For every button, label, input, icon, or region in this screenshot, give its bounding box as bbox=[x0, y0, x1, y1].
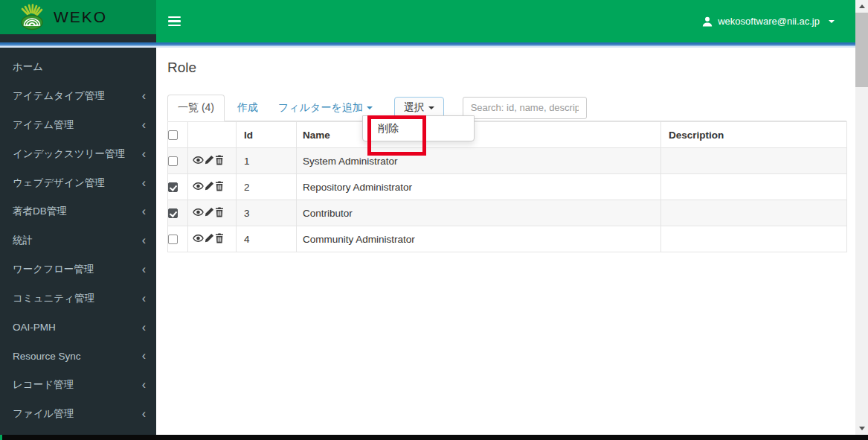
chevron-left-icon: ‹ bbox=[142, 177, 146, 189]
pencil-icon[interactable] bbox=[205, 207, 214, 219]
sidebar-item-11[interactable]: Resource Sync‹ bbox=[0, 342, 156, 371]
row-checkbox[interactable] bbox=[168, 235, 178, 244]
sidebar-item-label: アイテムタイプ管理 bbox=[13, 89, 142, 103]
trash-icon[interactable] bbox=[215, 155, 224, 168]
sidebar-item-label: ホーム bbox=[13, 60, 146, 74]
sidebar-item-4[interactable]: インデックスツリー管理‹ bbox=[0, 139, 156, 168]
caret-down-icon bbox=[428, 106, 434, 109]
sidebar-item-label: ファイル管理 bbox=[13, 407, 142, 421]
sidebar-item-label: アイテム管理 bbox=[13, 118, 142, 132]
select-all-checkbox[interactable] bbox=[168, 130, 178, 140]
weko-admin-window: WEKO wekosoftware@nii.ac.jp ホームアイテムタイプ管理… bbox=[0, 0, 868, 440]
toolbar: 一覧 (4) 作成 フィルターを追加 選択 bbox=[167, 95, 846, 121]
actions-column-header bbox=[188, 122, 237, 148]
sidebar-item-label: インデックスツリー管理 bbox=[13, 147, 142, 161]
scrollbar-thumb[interactable] bbox=[855, 13, 868, 87]
row-checkbox[interactable] bbox=[168, 182, 178, 192]
row-id: 3 bbox=[237, 200, 297, 226]
weko-logo-icon bbox=[18, 4, 46, 31]
sidebar-item-label: OAI-PMH bbox=[13, 322, 142, 333]
row-checkbox[interactable] bbox=[168, 208, 178, 218]
user-icon bbox=[702, 16, 713, 27]
sidebar-item-13[interactable]: ファイル管理‹ bbox=[0, 400, 156, 429]
table-row: 3Contributor bbox=[168, 200, 847, 226]
search-input[interactable] bbox=[463, 97, 587, 119]
row-name: Contributor bbox=[297, 200, 661, 226]
select-dropdown-panel: 削除 bbox=[362, 115, 475, 141]
sidebar-item-1[interactable]: ホーム bbox=[0, 53, 156, 82]
sidebar-item-label: ワークフロー管理 bbox=[13, 263, 142, 276]
user-menu[interactable]: wekosoftware@nii.ac.jp bbox=[702, 16, 835, 27]
page-title: Role bbox=[167, 60, 846, 76]
chevron-left-icon: ‹ bbox=[142, 235, 146, 246]
chevron-left-icon: ‹ bbox=[142, 408, 146, 420]
sidebar-item-5[interactable]: ウェブデザイン管理‹ bbox=[0, 168, 156, 197]
eye-icon[interactable] bbox=[193, 208, 204, 219]
table-row: 4Community Administrator bbox=[168, 226, 847, 252]
sidebar-item-7[interactable]: 統計‹ bbox=[0, 226, 156, 255]
id-column-header[interactable]: Id bbox=[237, 122, 297, 148]
table-row: 1System Administrator bbox=[168, 148, 847, 174]
eye-icon[interactable] bbox=[193, 156, 204, 167]
table-header-row: Id Name Description bbox=[168, 122, 847, 148]
chevron-left-icon: ‹ bbox=[142, 293, 146, 305]
chevron-left-icon: ‹ bbox=[142, 119, 146, 131]
chevron-left-icon: ‹ bbox=[142, 148, 146, 160]
trash-icon[interactable] bbox=[215, 181, 224, 194]
chevron-left-icon: ‹ bbox=[142, 379, 146, 391]
caret-down-icon bbox=[829, 20, 835, 23]
sidebar-top-gap bbox=[0, 34, 156, 42]
row-description bbox=[661, 200, 847, 226]
row-description bbox=[661, 174, 847, 200]
row-id: 1 bbox=[237, 148, 297, 174]
sidebar-item-label: ウェブデザイン管理 bbox=[13, 176, 142, 190]
sidebar-item-12[interactable]: レコード管理‹ bbox=[0, 371, 156, 400]
sidebar-item-9[interactable]: コミュニティ管理‹ bbox=[0, 284, 156, 313]
tab-create[interactable]: 作成 bbox=[237, 95, 258, 121]
sidebar-item-label: コミュニティ管理 bbox=[13, 292, 142, 305]
sidebar-item-2[interactable]: アイテムタイプ管理‹ bbox=[0, 82, 156, 111]
pencil-icon[interactable] bbox=[205, 155, 214, 167]
row-description bbox=[661, 148, 847, 174]
top-navbar: wekosoftware@nii.ac.jp bbox=[156, 0, 855, 42]
sidebar-item-label: レコード管理 bbox=[13, 378, 142, 392]
eye-icon[interactable] bbox=[193, 234, 204, 245]
sidebar-item-label: Resource Sync bbox=[13, 351, 142, 362]
pencil-icon[interactable] bbox=[205, 233, 214, 245]
roles-table: Id Name Description 1System Administrato… bbox=[167, 121, 847, 252]
chevron-left-icon: ‹ bbox=[142, 350, 146, 362]
vertical-scrollbar[interactable] bbox=[855, 0, 868, 436]
chevron-left-icon: ‹ bbox=[142, 322, 146, 334]
description-column-header[interactable]: Description bbox=[661, 122, 847, 148]
sidebar-item-label: 統計 bbox=[13, 234, 142, 247]
main-content: Role 一覧 (4) 作成 フィルターを追加 選択 削除 bbox=[156, 48, 855, 435]
chevron-left-icon: ‹ bbox=[142, 90, 146, 102]
logo-box[interactable]: WEKO bbox=[0, 0, 156, 34]
row-id: 2 bbox=[237, 174, 297, 200]
sidebar-item-6[interactable]: 著者DB管理‹ bbox=[0, 197, 156, 226]
eye-icon[interactable] bbox=[193, 182, 204, 193]
name-column-header[interactable]: Name bbox=[297, 122, 661, 148]
row-checkbox[interactable] bbox=[168, 156, 178, 166]
sidebar-nav: ホームアイテムタイプ管理‹アイテム管理‹インデックスツリー管理‹ウェブデザイン管… bbox=[0, 48, 156, 435]
row-description bbox=[661, 226, 847, 252]
delete-menu-item[interactable]: 削除 bbox=[363, 116, 474, 141]
user-email: wekosoftware@nii.ac.jp bbox=[718, 16, 820, 27]
trash-icon[interactable] bbox=[215, 233, 224, 246]
bottom-bar bbox=[0, 435, 868, 440]
accent-divider bbox=[0, 42, 855, 48]
hamburger-menu-icon[interactable] bbox=[158, 0, 190, 42]
caret-down-icon bbox=[367, 106, 373, 109]
table-row: 2Repository Administrator bbox=[168, 174, 847, 200]
sidebar-item-label: 著者DB管理 bbox=[13, 205, 142, 218]
tab-list[interactable]: 一覧 (4) bbox=[167, 95, 225, 121]
sidebar-item-8[interactable]: ワークフロー管理‹ bbox=[0, 255, 156, 284]
scroll-down-icon[interactable] bbox=[855, 422, 868, 435]
sidebar-item-3[interactable]: アイテム管理‹ bbox=[0, 111, 156, 140]
add-filter-dropdown[interactable]: フィルターを追加 bbox=[278, 95, 373, 121]
trash-icon[interactable] bbox=[215, 207, 224, 220]
scroll-up-icon[interactable] bbox=[855, 0, 868, 13]
sidebar-item-10[interactable]: OAI-PMH‹ bbox=[0, 313, 156, 342]
pencil-icon[interactable] bbox=[205, 181, 214, 193]
row-name: Community Administrator bbox=[297, 226, 661, 252]
